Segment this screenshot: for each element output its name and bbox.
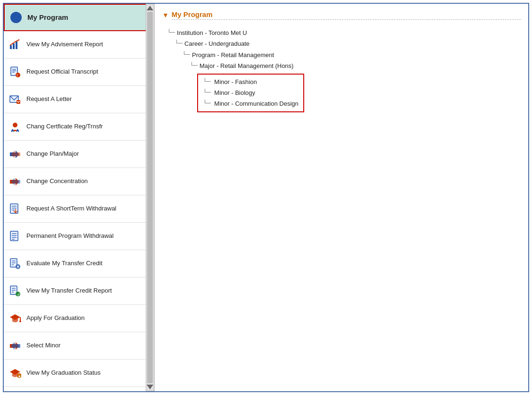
svg-point-43 bbox=[19, 320, 21, 322]
tree-program: └─ Program - Retail Management bbox=[167, 50, 521, 60]
withdrawal-icon bbox=[8, 202, 22, 216]
minor-fashion: └─ Minor - Fashion bbox=[203, 76, 299, 87]
main-title-text: My Program bbox=[172, 10, 521, 20]
sidebar-item-label: View My Transfer Credit Report bbox=[26, 287, 112, 295]
sidebar-item-my-program[interactable]: My Program bbox=[4, 4, 154, 31]
svg-point-11 bbox=[13, 123, 17, 127]
tree-connector: └─ bbox=[167, 27, 175, 38]
sidebar-item-change-concentration[interactable]: Change Concentration bbox=[4, 168, 154, 195]
career-label: Career - Undergraduate bbox=[184, 38, 249, 49]
svg-text:★: ★ bbox=[18, 374, 21, 378]
sidebar-item-label: Select Minor bbox=[26, 342, 60, 350]
minor-biology-label: Minor - Biology bbox=[214, 87, 255, 98]
sidebar-item-label: Evaluate My Transfer Credit bbox=[26, 260, 102, 268]
svg-point-7 bbox=[16, 73, 20, 77]
scroll-down-arrow[interactable] bbox=[147, 385, 153, 389]
circle-blue-icon bbox=[9, 11, 23, 24]
scroll-up-arrow[interactable] bbox=[147, 6, 153, 10]
tree-institution: └─ Institution - Toronto Met U bbox=[167, 27, 521, 38]
tree-connector: └─ bbox=[203, 98, 212, 109]
svg-rect-2 bbox=[16, 42, 17, 49]
minor-arrows-icon bbox=[8, 339, 22, 353]
sidebar-item-change-plan[interactable]: Change Plan/Major bbox=[4, 141, 154, 168]
sidebar-item-label: Apply For Graduation bbox=[26, 314, 85, 322]
sidebar-item-label: Request A Letter bbox=[26, 95, 72, 103]
tree-connector: └─ bbox=[203, 87, 212, 98]
scroll-thumb[interactable] bbox=[147, 12, 153, 383]
tree-connector: └─ bbox=[190, 60, 198, 71]
transfer-report-icon: ✓ bbox=[8, 285, 22, 298]
tree-career: └─ Career - Undergraduate bbox=[167, 38, 521, 49]
sidebar-item-request-letter[interactable]: Request A Letter bbox=[4, 86, 154, 113]
letter-icon bbox=[8, 93, 22, 106]
sidebar-item-select-minor[interactable]: Select Minor bbox=[4, 332, 154, 360]
sidebar-item-label: Chang Certficate Reg/Trnsfr bbox=[26, 123, 103, 131]
tree-connector: └─ bbox=[175, 38, 183, 49]
minor-comm-design: └─ Minor - Communication Design bbox=[203, 98, 299, 109]
sidebar-item-change-cert[interactable]: Chang Certficate Reg/Trnsfr bbox=[4, 113, 154, 141]
minor-comm-design-label: Minor - Communication Design bbox=[214, 98, 298, 109]
tree-connector: └─ bbox=[203, 76, 212, 87]
svg-rect-0 bbox=[10, 45, 12, 49]
sidebar-scroll[interactable]: My Program View My Advisement Report bbox=[4, 4, 154, 391]
sidebar-item-label: Change Concentration bbox=[26, 177, 88, 185]
tree-connector: └─ bbox=[182, 50, 190, 60]
sidebar-item-graduation-status[interactable]: ★ View My Graduation Status bbox=[4, 360, 154, 387]
sidebar: My Program View My Advisement Report bbox=[4, 4, 155, 391]
sidebar-item-advisement-report[interactable]: View My Advisement Report bbox=[4, 31, 154, 59]
sidebar-item-label: Request A ShortTerm Withdrawal bbox=[26, 205, 116, 213]
sidebar-item-label: Request Official Transcript bbox=[26, 68, 98, 76]
program-tree: └─ Institution - Toronto Met U └─ Career… bbox=[162, 27, 521, 112]
sidebar-item-apply-graduation[interactable]: Apply For Graduation bbox=[4, 305, 154, 332]
arrows-blue-icon bbox=[8, 148, 22, 161]
main-content: ▼ My Program └─ Institution - Toronto Me… bbox=[155, 4, 528, 391]
tree-major: └─ Major - Retail Management (Hons) bbox=[167, 60, 521, 71]
permanent-icon bbox=[8, 230, 22, 243]
sidebar-item-label: My Program bbox=[27, 13, 68, 22]
title-arrow-icon: ▼ bbox=[162, 11, 169, 19]
sidebar-item-shortterm-withdrawal[interactable]: Request A ShortTerm Withdrawal bbox=[4, 195, 154, 223]
evaluate-icon bbox=[8, 257, 22, 270]
sidebar-item-label: View My Advisement Report bbox=[26, 41, 103, 49]
cert-icon bbox=[8, 120, 22, 134]
chart-icon bbox=[8, 38, 22, 51]
sidebar-item-transfer-report[interactable]: ✓ View My Transfer Credit Report bbox=[4, 277, 154, 305]
program-label: Program - Retail Management bbox=[192, 50, 274, 60]
major-label: Major - Retail Management (Hons) bbox=[200, 60, 293, 71]
sidebar-item-evaluate-transfer[interactable]: Evaluate My Transfer Credit bbox=[4, 250, 154, 277]
svg-text:!: ! bbox=[17, 74, 18, 77]
svg-rect-1 bbox=[13, 43, 15, 49]
minor-fashion-label: Minor - Fashion bbox=[214, 76, 257, 87]
app-container: My Program View My Advisement Report bbox=[3, 3, 529, 392]
minors-box: └─ Minor - Fashion └─ Minor - Biology └─… bbox=[197, 74, 304, 112]
institution-label: Institution - Toronto Met U bbox=[177, 27, 247, 38]
sidebar-scrollbar[interactable] bbox=[146, 4, 154, 391]
sidebar-item-label: Change Plan/Major bbox=[26, 150, 79, 158]
sidebar-item-label: Permanent Program Withdrawal bbox=[26, 232, 114, 240]
svg-rect-10 bbox=[17, 100, 20, 104]
minor-biology: └─ Minor - Biology bbox=[203, 87, 299, 98]
svg-text:✓: ✓ bbox=[17, 292, 20, 296]
sidebar-item-permanent-withdrawal[interactable]: Permanent Program Withdrawal bbox=[4, 223, 154, 250]
graduation-icon bbox=[8, 312, 22, 325]
main-title-bar: ▼ My Program bbox=[162, 10, 521, 20]
sidebar-item-label: View My Graduation Status bbox=[26, 369, 100, 377]
transcript-icon: ! bbox=[8, 66, 22, 79]
gradstatus-icon: ★ bbox=[8, 367, 22, 380]
sidebar-item-official-transcript[interactable]: ! Request Official Transcript bbox=[4, 59, 154, 86]
arrows-red-icon bbox=[8, 175, 22, 188]
